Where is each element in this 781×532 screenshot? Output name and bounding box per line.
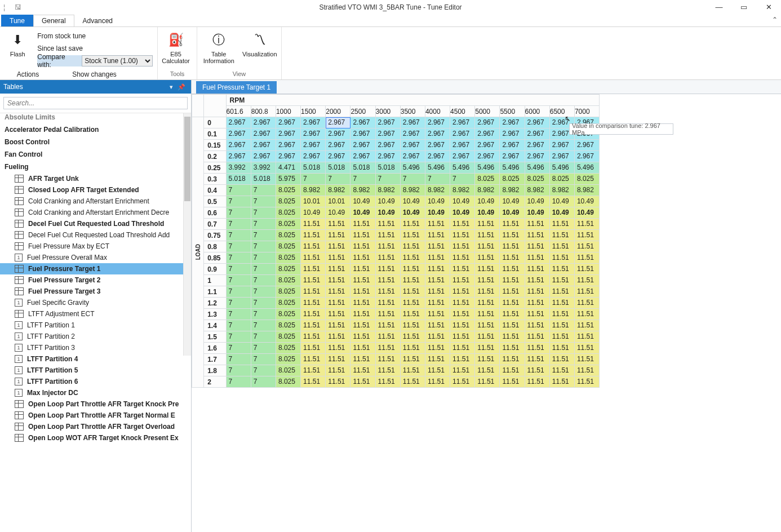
table-cell[interactable]: 11.51 xyxy=(350,252,375,264)
table-cell[interactable]: 7 xyxy=(226,196,251,207)
table-cell[interactable]: 11.51 xyxy=(450,252,475,264)
table-cell[interactable]: 8.025 xyxy=(276,185,300,196)
table-cell[interactable]: 11.51 xyxy=(425,298,450,309)
table-cell[interactable]: 8.982 xyxy=(326,185,350,196)
table-cell[interactable]: 11.51 xyxy=(326,320,350,331)
table-cell[interactable]: 2.967 xyxy=(251,140,276,151)
table-cell[interactable]: 7 xyxy=(226,230,251,241)
table-cell[interactable]: 11.51 xyxy=(475,365,500,376)
table-cell[interactable]: 2.967 xyxy=(301,117,326,128)
table-cell[interactable]: 2.967 xyxy=(301,128,326,140)
table-cell[interactable]: 5.496 xyxy=(574,162,599,174)
table-cell[interactable]: 10.49 xyxy=(425,196,450,207)
tree-item[interactable]: 1LTFT Partition 5 xyxy=(0,365,191,376)
table-cell[interactable]: 10.49 xyxy=(475,207,500,219)
table-cell[interactable]: 7 xyxy=(226,241,251,252)
tree-header[interactable]: Fan Control xyxy=(0,148,191,161)
table-cell[interactable]: 11.51 xyxy=(475,354,500,365)
table-cell[interactable]: 2.967 xyxy=(400,128,425,140)
table-cell[interactable]: 2.967 xyxy=(425,128,450,140)
table-cell[interactable]: 11.51 xyxy=(549,264,574,275)
table-cell[interactable]: 11.51 xyxy=(549,365,574,376)
table-cell[interactable]: 10.49 xyxy=(425,207,450,219)
table-cell[interactable]: 11.51 xyxy=(400,241,425,252)
from-stock-tune[interactable]: From stock tune xyxy=(37,30,153,42)
table-cell[interactable]: 5.018 xyxy=(301,162,326,174)
table-cell[interactable]: 10.49 xyxy=(525,207,549,219)
table-cell[interactable]: 11.51 xyxy=(375,298,400,309)
table-cell[interactable]: 8.982 xyxy=(425,185,450,196)
table-cell[interactable]: 11.51 xyxy=(375,320,400,331)
table-cell[interactable]: 2.967 xyxy=(549,151,574,162)
tree-scrollbar[interactable] xyxy=(183,113,191,356)
load-header[interactable]: 0.9 xyxy=(204,264,226,275)
table-cell[interactable]: 11.51 xyxy=(525,309,549,320)
table-cell[interactable]: 10.49 xyxy=(574,196,599,207)
tree-item[interactable]: 1LTFT Partition 6 xyxy=(0,376,191,387)
table-cell[interactable]: 11.51 xyxy=(549,354,574,365)
table-cell[interactable]: 8.982 xyxy=(475,185,500,196)
table-cell[interactable]: 11.51 xyxy=(375,331,400,343)
tab-general[interactable]: General xyxy=(33,15,74,26)
table-cell[interactable]: 11.51 xyxy=(375,376,400,388)
table-cell[interactable]: 11.51 xyxy=(425,252,450,264)
table-cell[interactable]: 2.967 xyxy=(525,140,549,151)
table-cell[interactable]: 8.982 xyxy=(350,185,375,196)
table-cell[interactable]: 11.51 xyxy=(450,365,475,376)
table-cell[interactable]: 11.51 xyxy=(525,376,549,388)
table-cell[interactable]: 11.51 xyxy=(400,343,425,354)
table-cell[interactable]: 11.51 xyxy=(525,320,549,331)
tree-item[interactable]: 1LTFT Partition 3 xyxy=(0,342,191,353)
table-cell[interactable]: 11.51 xyxy=(574,230,599,241)
rpm-header[interactable]: 4500 xyxy=(450,106,475,117)
tree-item[interactable]: Open Loop WOT AFR Target Knock Present E… xyxy=(0,432,191,444)
table-cell[interactable]: 11.51 xyxy=(450,331,475,343)
table-cell[interactable]: 11.51 xyxy=(500,376,525,388)
table-cell[interactable]: 7 xyxy=(251,230,276,241)
table-cell[interactable]: 11.51 xyxy=(425,365,450,376)
tree-item[interactable]: Open Loop Part Throttle AFR Target Norma… xyxy=(0,410,191,421)
table-cell[interactable]: 11.51 xyxy=(500,320,525,331)
table-cell[interactable]: 11.51 xyxy=(350,219,375,230)
table-cell[interactable]: 11.51 xyxy=(549,252,574,264)
table-cell[interactable]: 11.51 xyxy=(425,219,450,230)
table-cell[interactable]: 11.51 xyxy=(425,275,450,286)
table-cell[interactable]: 2.967 xyxy=(350,128,375,140)
table-cell[interactable]: 11.51 xyxy=(500,365,525,376)
table-cell[interactable]: 10.49 xyxy=(400,196,425,207)
table-cell[interactable]: 11.51 xyxy=(574,275,599,286)
table-cell[interactable]: 7 xyxy=(226,264,251,275)
tree-item[interactable]: 1LTFT Partition 2 xyxy=(0,331,191,342)
table-cell[interactable]: 5.018 xyxy=(375,162,400,174)
table-cell[interactable]: 2.967 xyxy=(326,140,350,151)
table-cell[interactable]: 7 xyxy=(226,286,251,298)
table-cell[interactable]: 11.51 xyxy=(475,230,500,241)
collapse-ribbon-icon[interactable]: ⌃ xyxy=(772,16,778,24)
table-cell[interactable]: 2.967 xyxy=(475,128,500,140)
table-cell[interactable]: 11.51 xyxy=(475,219,500,230)
table-cell[interactable]: 11.51 xyxy=(574,219,599,230)
fuel-pressure-table[interactable]: RPM601.6800.8100015002000250030003500400… xyxy=(192,94,781,388)
table-cell[interactable]: 8.025 xyxy=(276,309,300,320)
table-cell[interactable]: 11.51 xyxy=(350,309,375,320)
table-cell[interactable]: 2.967 xyxy=(400,151,425,162)
table-cell[interactable]: 7 xyxy=(251,207,276,219)
table-cell[interactable]: 2.967 xyxy=(450,117,475,128)
table-cell[interactable]: 10.49 xyxy=(574,207,599,219)
table-cell[interactable]: 11.51 xyxy=(425,309,450,320)
table-cell[interactable]: 11.51 xyxy=(400,320,425,331)
table-cell[interactable]: 11.51 xyxy=(450,298,475,309)
table-cell[interactable]: 11.51 xyxy=(574,376,599,388)
table-cell[interactable]: 3.992 xyxy=(226,162,251,174)
table-cell[interactable]: 5.496 xyxy=(450,162,475,174)
table-cell[interactable]: 11.51 xyxy=(375,286,400,298)
rpm-header[interactable]: 1000 xyxy=(276,106,300,117)
table-cell[interactable]: 8.025 xyxy=(276,376,300,388)
table-cell[interactable]: 11.51 xyxy=(450,241,475,252)
table-cell[interactable]: 8.982 xyxy=(549,185,574,196)
table-cell[interactable]: 11.51 xyxy=(326,275,350,286)
table-cell[interactable]: 2.967 xyxy=(525,151,549,162)
table-cell[interactable]: 7 xyxy=(251,298,276,309)
table-cell[interactable]: 7 xyxy=(226,331,251,343)
table-cell[interactable]: 8.025 xyxy=(276,241,300,252)
